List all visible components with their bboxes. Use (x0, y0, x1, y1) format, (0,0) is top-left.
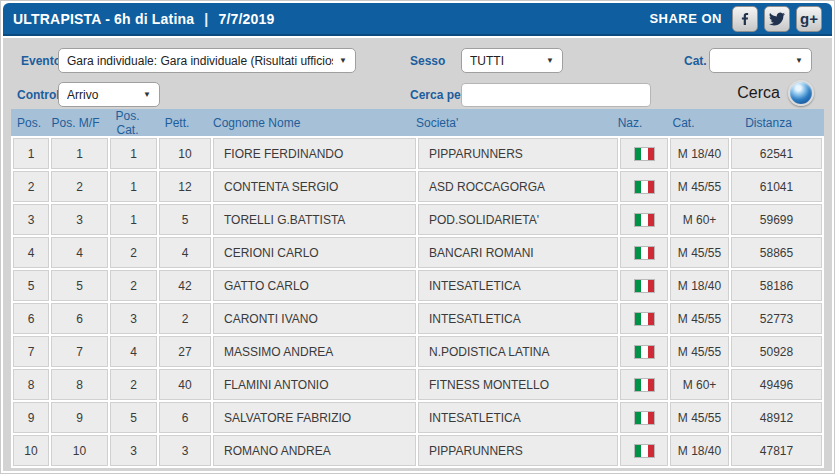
italy-flag-icon (634, 345, 655, 359)
cell-pos-mf: 10 (51, 435, 108, 466)
cell-pos: 10 (13, 435, 49, 466)
cell-pett: 3 (159, 435, 211, 466)
cell-distanza: 49496 (731, 369, 822, 400)
cell-cognome: CARONTI IVANO (213, 303, 416, 334)
col-header-distanza: Distanza (713, 116, 824, 130)
sesso-select[interactable]: TUTTI ▼ (461, 48, 563, 73)
cell-distanza: 59699 (731, 204, 822, 235)
cell-pos-cat: 4 (110, 336, 157, 367)
cell-cognome: CERIONI CARLO (213, 237, 416, 268)
cell-cognome: FIORE FERDINANDO (213, 138, 416, 169)
cell-cat: M 45/55 (670, 336, 729, 367)
chevron-down-icon: ▼ (546, 56, 554, 65)
cell-pett: 5 (159, 204, 211, 235)
cell-societa: PIPPARUNNERS (418, 435, 618, 466)
cell-pett: 12 (159, 171, 211, 202)
cell-cognome: CONTENTA SERGIO (213, 171, 416, 202)
search-input[interactable] (461, 83, 651, 107)
cell-cognome: FLAMINI ANTONIO (213, 369, 416, 400)
cerca-button[interactable]: Cerca (737, 80, 814, 106)
cell-pos: 1 (13, 138, 49, 169)
cell-societa: PIPPARUNNERS (418, 138, 618, 169)
cell-distanza: 47817 (731, 435, 822, 466)
cell-distanza: 50928 (731, 336, 822, 367)
cell-societa: BANCARI ROMANI (418, 237, 618, 268)
italy-flag-icon (634, 246, 655, 260)
cell-pos: 2 (13, 171, 49, 202)
event-date: 7/7/2019 (218, 11, 274, 27)
cat-select[interactable]: ▼ (709, 48, 812, 73)
results-table: Pos. Pos. M/F Pos. Cat. Pett. Cognome No… (11, 109, 824, 468)
cell-pett: 6 (159, 402, 211, 433)
cell-naz (620, 138, 668, 169)
cerca-per-label: Cerca per (410, 82, 465, 108)
cell-pos-mf: 8 (51, 369, 108, 400)
cell-pos: 4 (13, 237, 49, 268)
cell-pett: 42 (159, 270, 211, 301)
col-header-naz: Naz. (606, 116, 654, 130)
cell-cat: M 18/40 (670, 435, 729, 466)
cell-cat: M 45/55 (670, 303, 729, 334)
col-header-pos: Pos. (11, 116, 47, 130)
evento-label: Evento (21, 48, 61, 74)
cell-distanza: 61041 (731, 171, 822, 202)
cell-pett: 10 (159, 138, 211, 169)
cell-pos: 5 (13, 270, 49, 301)
share-bar: SHARE ON g+ (649, 6, 822, 32)
cell-pett: 40 (159, 369, 211, 400)
facebook-share-button[interactable] (732, 6, 758, 32)
cell-cat: M 60+ (670, 369, 729, 400)
cell-cognome: GATTO CARLO (213, 270, 416, 301)
cell-cat: M 45/55 (670, 171, 729, 202)
cell-cat: M 18/40 (670, 138, 729, 169)
cell-pos-mf: 1 (51, 138, 108, 169)
cell-naz (620, 435, 668, 466)
controllo-select[interactable]: Arrivo ▼ (58, 82, 160, 107)
cell-pos-mf: 4 (51, 237, 108, 268)
twitter-icon (769, 11, 785, 27)
table-header-row: Pos. Pos. M/F Pos. Cat. Pett. Cognome No… (11, 109, 824, 136)
cell-pos-cat: 5 (110, 402, 157, 433)
google-plus-share-button[interactable]: g+ (796, 6, 822, 32)
twitter-share-button[interactable] (764, 6, 790, 32)
page-title: ULTRAPISTA - 6h di Latina | 7/7/2019 (13, 11, 275, 27)
event-title: ULTRAPISTA - 6h di Latina (13, 11, 194, 27)
cerca-button-label: Cerca (737, 84, 780, 102)
cell-distanza: 58186 (731, 270, 822, 301)
cell-pos-mf: 5 (51, 270, 108, 301)
cell-pett: 2 (159, 303, 211, 334)
cell-pos-cat: 3 (110, 303, 157, 334)
sesso-select-value: TUTTI (470, 54, 540, 68)
cell-societa: FITNESS MONTELLO (418, 369, 618, 400)
table-body: 1 1 1 10 FIORE FERDINANDO PIPPARUNNERS M… (11, 136, 824, 468)
facebook-icon (737, 11, 753, 27)
cell-pos-cat: 2 (110, 369, 157, 400)
share-on-label: SHARE ON (649, 11, 722, 26)
chevron-down-icon: ▼ (795, 56, 803, 65)
cell-societa: POD.SOLIDARIETA' (418, 204, 618, 235)
cell-cognome: SALVATORE FABRIZIO (213, 402, 416, 433)
cell-cognome: TORELLI G.BATTISTA (213, 204, 416, 235)
cell-pos-mf: 7 (51, 336, 108, 367)
cell-naz (620, 204, 668, 235)
cell-pos-cat: 2 (110, 237, 157, 268)
cell-naz (620, 369, 668, 400)
italy-flag-icon (634, 213, 655, 227)
italy-flag-icon (634, 378, 655, 392)
cell-distanza: 62541 (731, 138, 822, 169)
cell-pos: 8 (13, 369, 49, 400)
content-area: Evento Gara individuale: Gara individual… (3, 38, 832, 471)
cell-distanza: 58865 (731, 237, 822, 268)
cell-naz (620, 171, 668, 202)
cell-cat: M 60+ (670, 204, 729, 235)
cell-naz (620, 237, 668, 268)
cell-pos-cat: 3 (110, 435, 157, 466)
cell-societa: INTESATLETICA (418, 402, 618, 433)
cell-pos: 9 (13, 402, 49, 433)
controllo-select-value: Arrivo (67, 88, 137, 102)
italy-flag-icon (634, 411, 655, 425)
cell-pos-mf: 2 (51, 171, 108, 202)
evento-select[interactable]: Gara individuale: Gara individuale (Risu… (58, 48, 356, 73)
title-separator: | (204, 11, 208, 27)
italy-flag-icon (634, 312, 655, 326)
